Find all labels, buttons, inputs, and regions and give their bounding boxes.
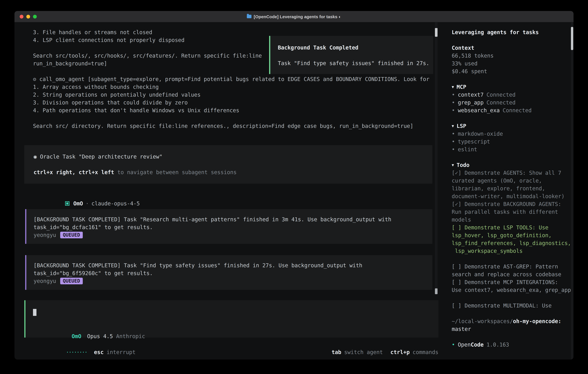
terminal-line: Search src/ directory. Return specific f… [33,122,444,130]
esc-key-hint: esc [94,349,104,355]
background-task-message: [BACKGROUND TASK COMPLETED] Task "Resear… [25,209,432,244]
bullet-icon: • [452,146,455,152]
agent-name: OmO [73,200,83,207]
message-text-line: [BACKGROUND TASK COMPLETED] Task "Find t… [33,261,425,269]
chevron-down-icon: ▼ [452,124,454,128]
subagent-nav-keys: ctrl+x right, ctrl+x left [33,169,114,175]
main-scrollbar-thumb[interactable] [435,28,438,37]
tool-call-line: ⚙call_omo_agent [subagent_type=explore, … [33,75,444,83]
sidebar-section-lsp[interactable]: ▼LSP [452,122,574,130]
conversation-pane: 3. File handles or streams not closed 4.… [14,22,444,360]
ctrl-p-key-label: commands [413,349,438,355]
prompt-input[interactable]: OmOOpus 4.5Anthropic [24,300,438,338]
esc-key-label: interrupt [106,349,136,355]
context-spent: $0.46 spent [452,67,574,75]
message-text-line: task_id="bg_dcfac161" to get results. [33,223,425,231]
notification-body: Task "Find type safety issues" finished … [278,59,430,67]
message-text-line: [BACKGROUND TASK COMPLETED] Task "Resear… [33,216,425,223]
agent-session-header: OmO·claude-opus-4-5 [33,192,444,200]
sidebar-section-todo[interactable]: ▼Todo [452,161,574,169]
lsp-server-item: •typescript [452,138,574,145]
tool-call-text: call_omo_agent [subagent_type=explore, p… [39,76,429,82]
omo-agent-icon [65,201,70,206]
bullet-icon: • [452,342,455,348]
sidebar-section-mcp[interactable]: ▼MCP [452,83,574,91]
gear-icon: ⚙ [33,76,36,82]
lsp-server-item: •markdown-oxide [452,130,574,138]
zoom-window-button[interactable] [33,15,37,18]
todo-item-active: [ ] Demonstrate LSP TOOLS: Use lsp_hover… [452,224,574,255]
sidebar: Leveraging agents for tasks Context 66,5… [444,22,574,360]
window-controls [20,11,37,22]
message-author: yeongyu [33,278,56,284]
message-text-line: task_id="bg_6f59260c" to get results. [33,269,425,277]
status-bar: ········escinterrupt tabswitch agentctrl… [27,341,438,348]
terminal-line [33,114,444,122]
mcp-server-item: •grep_appConnected [452,99,574,106]
bullet-icon: • [452,100,455,105]
todo-item: [ ] Demonstrate AST-GREP: Pattern search… [452,263,574,278]
session-title: Leveraging agents for tasks [452,28,574,36]
minimize-window-button[interactable] [26,15,30,18]
bullet-icon: • [452,139,455,145]
terminal-line: 2. String operations on potentially unde… [33,91,444,99]
spacer-line [33,161,432,168]
input-provider-label: Anthropic [116,333,145,339]
close-window-button[interactable] [20,15,23,18]
ctrl-p-key-hint: ctrl+p [390,349,410,355]
window-title-text: [OpenCode] Leveraging agents for tasks ◐ [254,14,341,19]
oracle-task-icon: ◉ [33,154,37,160]
lsp-server-item: •eslint [452,145,574,153]
terminal-line: 4. Path operations that don't handle Win… [33,106,444,114]
mcp-server-item: •context7Connected [452,91,574,99]
context-tokens: 66,518 tokens [452,52,574,60]
input-model-label: Opus 4.5 [87,333,113,339]
todo-item: [✓] Demonstrate BACKGROUND AGENTS: Run p… [452,200,574,224]
workspace-branch: master [452,325,574,333]
background-task-notification: Background Task Completed Task "Find typ… [269,36,433,74]
oracle-task-panel: ◉Oracle Task "Deep architecture review" … [24,145,432,184]
workspace-path: ~/local-workspaces/oh-my-opencode: [452,317,574,325]
main-scrollbar-thumb[interactable] [435,288,438,294]
sidebar-scrollbar-thumb[interactable] [571,27,573,50]
chevron-down-icon: ▼ [452,163,454,167]
sidebar-scrollbar-track[interactable] [571,22,573,360]
context-header: Context [452,44,574,52]
queued-badge: QUEUED [60,232,83,238]
window-title: [OpenCode] Leveraging agents for tasks ◐ [247,14,341,19]
agent-model: claude-opus-4-5 [91,200,140,207]
tab-key-label: switch agent [344,349,383,355]
tab-key-hint: tab [332,349,341,355]
background-task-message: [BACKGROUND TASK COMPLETED] Task "Find t… [25,255,432,290]
chevron-down-icon: ▼ [452,85,454,89]
message-author: yeongyu [33,232,56,238]
titlebar: [OpenCode] Leveraging agents for tasks ◐ [14,11,574,22]
todo-item: [ ] Demonstrate MULTIMODAL: Use [452,302,574,310]
text-cursor [33,309,36,316]
separator-dot: · [86,200,89,207]
bullet-icon: • [452,107,455,113]
notification-title: Background Task Completed [278,44,430,52]
todo-item: [ ] Demonstrate MCP INTEGRATIONS: Use co… [452,278,574,294]
todo-item: [✓] Demonstrate AGENTS: Show all 7 curat… [452,169,574,200]
queued-badge: QUEUED [60,278,83,284]
terminal-window: [OpenCode] Leveraging agents for tasks ◐… [14,11,574,360]
context-used: 33% used [452,60,574,67]
bullet-icon: • [452,131,455,137]
bullet-icon: • [452,92,455,98]
folder-icon [247,15,252,18]
terminal-line: 3. Division operations that could divide… [33,99,444,106]
input-agent-label: OmO [72,333,81,339]
subagent-nav-hint: to navigate between subagent sessions [114,169,237,175]
main-scrollbar-track[interactable] [435,22,438,294]
terminal-line: 3. File handles or streams not closed [33,28,444,36]
app-version: •OpenCode1.0.163 [452,341,574,349]
terminal-line: 1. Array access without bounds checking [33,83,444,91]
mcp-server-item: •websearch_exaConnected [452,106,574,114]
spinner-dots: ········ [66,349,87,355]
oracle-task-title: Oracle Task "Deep architecture review" [40,154,162,160]
